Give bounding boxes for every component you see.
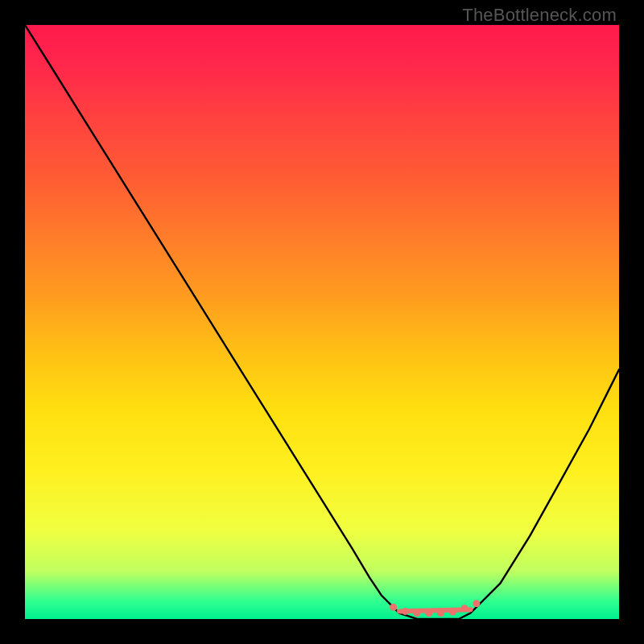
emphasis-dot	[449, 609, 456, 616]
watermark-text: TheBottleneck.com	[462, 5, 617, 26]
curve-line	[25, 25, 619, 619]
emphasis-dot	[402, 608, 409, 615]
emphasis-dot	[461, 605, 469, 612]
chart-svg	[25, 25, 619, 619]
emphasis-dot	[390, 604, 397, 611]
plot-area	[25, 25, 619, 619]
chart-container: TheBottleneck.com	[0, 0, 644, 644]
emphasis-dot	[473, 600, 480, 607]
emphasis-dot	[414, 609, 421, 617]
emphasis-dot	[437, 609, 444, 617]
emphasis-line	[399, 609, 471, 611]
emphasis-dot	[425, 609, 432, 617]
